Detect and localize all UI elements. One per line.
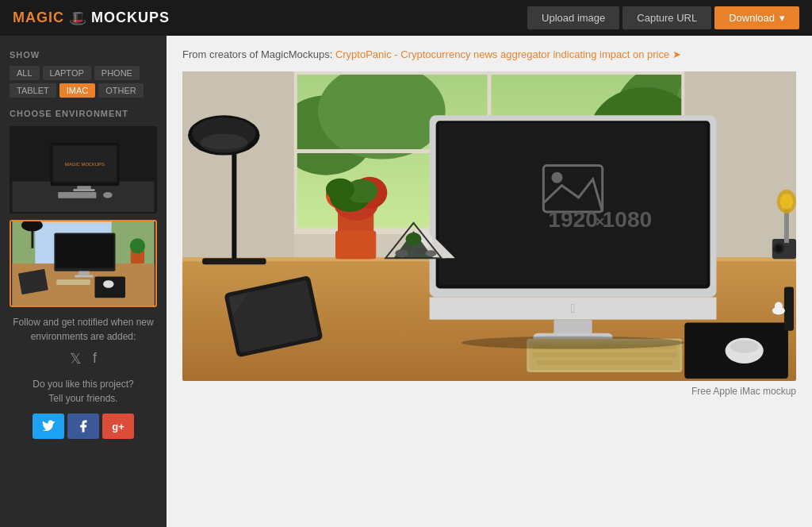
facebook-small-icon[interactable]: f bbox=[93, 350, 97, 367]
filter-imac[interactable]: IMAC bbox=[59, 83, 96, 98]
upload-image-button[interactable]: Upload image bbox=[527, 6, 619, 29]
filter-laptop[interactable]: LAPTOP bbox=[43, 66, 91, 80]
svg-point-44 bbox=[200, 133, 247, 152]
svg-point-94 bbox=[462, 337, 684, 349]
download-label: Download bbox=[729, 12, 775, 24]
svg-point-69 bbox=[395, 249, 408, 257]
share-twitter-button[interactable] bbox=[33, 414, 64, 439]
share-facebook-button[interactable] bbox=[67, 414, 99, 439]
svg-point-80 bbox=[730, 340, 759, 353]
svg-point-72 bbox=[405, 233, 421, 245]
svg-rect-8 bbox=[58, 192, 96, 198]
svg-rect-77 bbox=[537, 360, 672, 365]
capture-url-button[interactable]: Capture URL bbox=[622, 6, 711, 29]
svg-point-84 bbox=[775, 302, 783, 310]
header: MAGIC 🎩 MOCKUPS Upload image Capture URL… bbox=[0, 0, 812, 36]
mockup-caption: Free Apple iMac mockup bbox=[182, 386, 796, 397]
filter-other[interactable]: OTHER bbox=[98, 83, 144, 98]
svg-rect-7 bbox=[73, 189, 94, 191]
mockup-scene: 1920 × 1080  bbox=[182, 71, 796, 381]
svg-point-57 bbox=[551, 172, 562, 183]
promo-bar: From creators of MagicMockups: CryptoPan… bbox=[182, 48, 796, 60]
share-gplus-button[interactable]: g+ bbox=[102, 414, 134, 439]
svg-rect-17 bbox=[75, 275, 93, 277]
promo-arrow: ➤ bbox=[672, 48, 681, 60]
nav-buttons: Upload image Capture URL Download ▾ bbox=[527, 6, 799, 29]
filter-buttons: ALL LAPTOP PHONE TABLET IMAC OTHER bbox=[10, 66, 157, 98]
svg-text:1920: 1920 bbox=[548, 207, 598, 232]
filter-tablet[interactable]: TABLET bbox=[10, 83, 56, 98]
svg-rect-21 bbox=[18, 269, 48, 294]
env-preview-2 bbox=[11, 221, 155, 306]
filter-all[interactable]: ALL bbox=[10, 66, 40, 80]
promo-link[interactable]: CryptoPanic - Cryptocurrency news aggreg… bbox=[335, 48, 681, 60]
promo-prefix: From creators of MagicMockups: bbox=[182, 48, 332, 60]
svg-text::  bbox=[571, 301, 576, 315]
svg-point-90 bbox=[780, 194, 793, 210]
download-arrow: ▾ bbox=[779, 12, 785, 24]
svg-point-20 bbox=[103, 280, 113, 288]
small-social-icons: 𝕏 f bbox=[10, 350, 157, 367]
gplus-label: g+ bbox=[112, 421, 124, 433]
svg-point-70 bbox=[416, 248, 425, 254]
twitter-small-icon[interactable]: 𝕏 bbox=[70, 350, 82, 367]
env-preview-1: MAGIC MOCKUPS bbox=[11, 128, 155, 212]
logo: MAGIC 🎩 MOCKUPS bbox=[13, 10, 170, 27]
svg-rect-82 bbox=[784, 287, 794, 330]
svg-rect-12 bbox=[35, 221, 111, 224]
svg-rect-55 bbox=[439, 123, 707, 285]
svg-rect-6 bbox=[77, 186, 90, 189]
svg-rect-76 bbox=[533, 352, 676, 357]
svg-point-71 bbox=[426, 250, 437, 256]
svg-rect-15 bbox=[56, 234, 113, 267]
svg-rect-18 bbox=[56, 279, 90, 285]
svg-rect-46 bbox=[335, 231, 376, 259]
logo-mockups: MOCKUPS bbox=[91, 10, 170, 26]
svg-rect-16 bbox=[79, 271, 89, 275]
share-buttons: g+ bbox=[10, 414, 157, 439]
svg-point-25 bbox=[130, 238, 145, 253]
env-label: CHOOSE ENVIRONMENT bbox=[10, 109, 157, 118]
svg-point-87 bbox=[776, 245, 782, 252]
follow-text: Follow and get notified when new environ… bbox=[10, 315, 157, 344]
like-text: Do you like this project?Tell your frien… bbox=[10, 377, 157, 406]
logo-icon: 🎩 bbox=[69, 10, 86, 27]
logo-magic: MAGIC bbox=[13, 10, 64, 26]
svg-rect-41 bbox=[202, 258, 266, 264]
content-area: From creators of MagicMockups: CryptoPan… bbox=[167, 36, 812, 527]
svg-text:MAGIC MOCKUPS: MAGIC MOCKUPS bbox=[65, 162, 105, 167]
download-button[interactable]: Download ▾ bbox=[714, 6, 799, 29]
promo-link-text: CryptoPanic - Cryptocurrency news aggreg… bbox=[335, 48, 669, 60]
svg-text:1080: 1080 bbox=[603, 207, 653, 232]
svg-point-9 bbox=[103, 192, 113, 198]
show-label: SHOW bbox=[10, 50, 157, 60]
env-thumbnail-1[interactable]: MAGIC MOCKUPS bbox=[10, 126, 157, 213]
main-layout: SHOW ALL LAPTOP PHONE TABLET IMAC OTHER … bbox=[0, 36, 812, 527]
filter-phone[interactable]: PHONE bbox=[94, 66, 140, 80]
env-thumbnail-2[interactable] bbox=[10, 220, 157, 307]
sidebar: SHOW ALL LAPTOP PHONE TABLET IMAC OTHER … bbox=[0, 36, 167, 527]
svg-point-52 bbox=[326, 179, 354, 201]
mockup-container: 1920 × 1080  bbox=[182, 71, 796, 381]
svg-rect-63 bbox=[553, 320, 592, 336]
